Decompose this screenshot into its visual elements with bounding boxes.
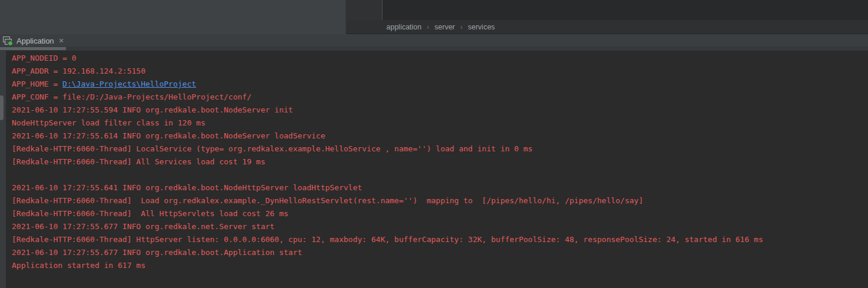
console-panel[interactable]: APP_NODEID = 0APP_ADDR = 192.168.124.2:5… — [0, 51, 868, 288]
console-line: APP_CONF = file:/D:/Java-Projects/HelloP… — [12, 91, 868, 104]
console-text: 2021-06-10 17:27:55.677 INFO org.redkale… — [12, 222, 274, 231]
console-tab-bar: Application ✕ — [0, 34, 868, 51]
console-text: [Redkale-HTTP:6060-Thread] All Services … — [12, 157, 265, 166]
console-text: [Redkale-HTTP:6060-Thread] Load org.redk… — [12, 196, 643, 205]
console-text: Application started in 617 ms — [12, 261, 145, 270]
console-line: 2021-06-10 17:27:55.614 INFO org.redkale… — [12, 130, 868, 143]
ide-window: application›server›services Application … — [0, 0, 868, 288]
running-indicator-dot — [8, 41, 13, 46]
editor-top-panel — [0, 0, 346, 34]
console-line: APP_ADDR = 192.168.124.2:5150 — [12, 65, 868, 78]
console-text: 2021-06-10 17:27:55.641 INFO org.redkale… — [12, 183, 362, 192]
tab-bar-bottom-band — [0, 47, 868, 51]
console-line: [Redkale-HTTP:6060-Thread] HttpServer li… — [12, 233, 868, 246]
tab-label: Application — [16, 37, 54, 45]
console-line: [Redkale-HTTP:6060-Thread] Load org.redk… — [12, 194, 868, 207]
console-text: [Redkale-HTTP:6060-Thread] HttpServer li… — [12, 235, 763, 244]
breadcrumb-separator: › — [460, 23, 463, 31]
console-line: APP_NODEID = 0 — [12, 52, 868, 65]
console-line: APP_HOME = D:\Java-Projects\HelloProject — [12, 78, 868, 91]
console-line — [12, 168, 868, 181]
console-text: [Redkale-HTTP:6060-Thread] All HttpServl… — [12, 209, 289, 218]
console-text: [Redkale-HTTP:6060-Thread] LocalService … — [12, 144, 532, 153]
tab-application[interactable]: Application ✕ — [0, 34, 66, 47]
editor-empty-area — [383, 0, 868, 20]
console-text: APP_NODEID = 0 — [12, 54, 77, 62]
console-line: 2021-06-10 17:27:55.677 INFO org.redkale… — [12, 220, 868, 233]
console-text: 2021-06-10 17:27:55.677 INFO org.redkale… — [12, 248, 302, 257]
console-line: 2021-06-10 17:27:55.594 INFO org.redkale… — [12, 104, 868, 117]
console-line: [Redkale-HTTP:6060-Thread] All Services … — [12, 155, 868, 168]
breadcrumb-bar: application›server›services — [346, 20, 868, 34]
editor-edge-area — [346, 0, 382, 20]
console-link[interactable]: D:\Java-Projects\HelloProject — [62, 80, 196, 88]
console-output: APP_NODEID = 0APP_ADDR = 192.168.124.2:5… — [0, 51, 868, 288]
breadcrumb-item-application[interactable]: application — [386, 23, 422, 31]
breadcrumb-item-server[interactable]: server — [435, 23, 455, 31]
console-text: NodeHttpServer load filter class in 120 … — [12, 118, 206, 127]
console-text: APP_CONF = file:/D:/Java-Projects/HelloP… — [12, 92, 251, 101]
console-text: 2021-06-10 17:27:55.614 INFO org.redkale… — [12, 131, 325, 140]
active-tab-underline — [0, 47, 66, 50]
console-line: [Redkale-HTTP:6060-Thread] All HttpServl… — [12, 207, 868, 220]
console-line: NodeHttpServer load filter class in 120 … — [12, 117, 868, 130]
console-text: APP_HOME = — [12, 80, 62, 88]
console-line: Application started in 617 ms — [12, 259, 868, 272]
breadcrumb-separator: › — [427, 23, 429, 31]
breadcrumb: application›server›services — [386, 23, 495, 31]
close-icon[interactable]: ✕ — [59, 38, 64, 44]
breadcrumb-item-services[interactable]: services — [468, 23, 495, 31]
console-text: APP_ADDR = 192.168.124.2:5150 — [12, 67, 145, 75]
console-line: 2021-06-10 17:27:55.677 INFO org.redkale… — [12, 246, 868, 259]
run-console-icon — [2, 35, 13, 46]
console-line: 2021-06-10 17:27:55.641 INFO org.redkale… — [12, 181, 868, 194]
console-text: 2021-06-10 17:27:55.594 INFO org.redkale… — [12, 105, 293, 114]
console-line: [Redkale-HTTP:6060-Thread] LocalService … — [12, 143, 868, 155]
